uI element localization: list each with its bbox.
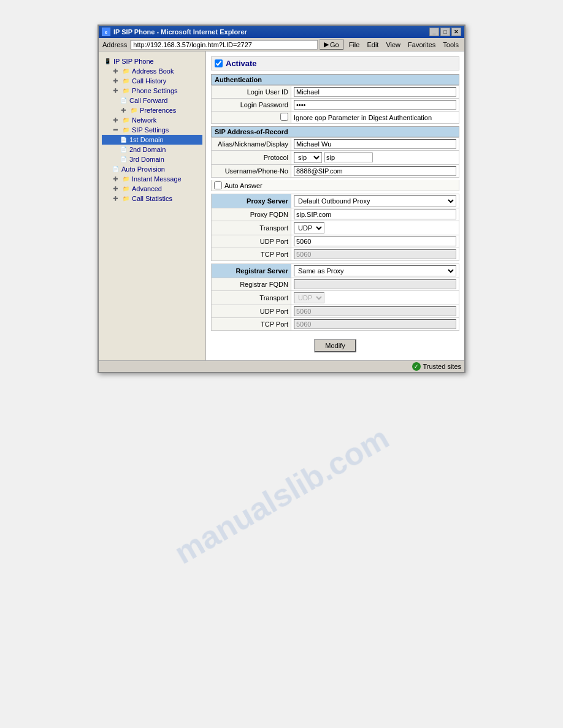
trusted-icon: ✓ xyxy=(412,362,421,371)
registrar-udp-port-value xyxy=(291,305,459,318)
menu-edit[interactable]: Edit xyxy=(363,40,382,50)
proxy-fqdn-value xyxy=(291,208,459,221)
sidebar-item-network[interactable]: ➕ 📁 Network xyxy=(102,115,202,125)
auto-answer-checkbox[interactable] xyxy=(214,181,222,189)
activate-checkbox[interactable] xyxy=(215,59,223,67)
close-button[interactable]: ✕ xyxy=(451,28,461,36)
registrar-tcp-port-value xyxy=(291,318,459,331)
go-button[interactable]: ▶ Go xyxy=(320,39,343,50)
proxy-udp-port-value xyxy=(291,235,459,248)
proxy-udp-port-input[interactable] xyxy=(294,237,456,246)
proxy-udp-port-label: UDP Port xyxy=(212,235,291,248)
page-icon: 📄 xyxy=(111,165,120,173)
sidebar-item-label: Preferences xyxy=(140,107,176,114)
title-bar: e IP SIP Phone - Microsoft Internet Expl… xyxy=(99,26,464,38)
sidebar-item-call-forward[interactable]: 📄 Call Forward xyxy=(102,96,202,105)
main-content: Activate Authentication Login User ID Lo… xyxy=(206,51,464,360)
sip-address-section-header: SIP Address-of-Record xyxy=(211,126,459,137)
protocol-select[interactable]: sip sips xyxy=(294,152,322,163)
sidebar-item-label: Instant Message xyxy=(132,175,182,183)
menu-view[interactable]: View xyxy=(382,40,404,50)
protocol-row-inner: sip sips xyxy=(294,152,456,163)
sidebar-item-sip-settings[interactable]: ➖ 📁 SIP Settings xyxy=(102,125,202,135)
username-value xyxy=(291,165,459,178)
ignore-qop-checkbox[interactable] xyxy=(280,113,288,121)
browser-window: e IP SIP Phone - Microsoft Internet Expl… xyxy=(98,25,465,373)
address-bar: Address ▶ Go File Edit View Favorites To… xyxy=(99,38,464,51)
alias-input[interactable] xyxy=(294,139,456,149)
menu-bar: File Edit View Favorites Tools xyxy=(345,40,462,50)
expand-icon: ➖ xyxy=(111,126,120,134)
ignore-qop-row: Ignore qop Parameter in Digest Authentic… xyxy=(212,112,459,124)
auto-answer-row: Auto Answer xyxy=(211,180,459,191)
address-input[interactable] xyxy=(131,40,318,50)
menu-tools[interactable]: Tools xyxy=(439,40,462,50)
activate-label: Activate xyxy=(226,59,257,68)
minimize-button[interactable]: _ xyxy=(429,28,439,36)
proxy-udp-port-row: UDP Port xyxy=(212,235,459,248)
proxy-server-select[interactable]: Default Outbound Proxy Custom xyxy=(294,195,456,207)
expand-icon: ➕ xyxy=(111,175,120,183)
sidebar: 📱 IP SIP Phone ➕ 📁 Address Book ➕ 📁 Call… xyxy=(99,51,206,360)
expand-icon: ➕ xyxy=(111,184,120,193)
ip-sip-phone-icon: 📱 xyxy=(103,57,112,66)
sidebar-item-auto-provision[interactable]: 📄 Auto Provision xyxy=(102,164,202,174)
maximize-button[interactable]: □ xyxy=(440,28,450,36)
sidebar-item-advanced[interactable]: ➕ 📁 Advanced xyxy=(102,184,202,194)
proxy-fqdn-input[interactable] xyxy=(294,210,456,219)
folder-icon: 📁 xyxy=(121,175,130,183)
sidebar-item-instant-message[interactable]: ➕ 📁 Instant Message xyxy=(102,174,202,184)
sidebar-item-preferences[interactable]: ➕ 📁 Preferences xyxy=(102,105,202,115)
registrar-fqdn-input xyxy=(294,279,456,289)
sidebar-item-address-book[interactable]: ➕ 📁 Address Book xyxy=(102,66,202,76)
proxy-tcp-port-value xyxy=(291,248,459,261)
registrar-server-select[interactable]: Same as Proxy Custom xyxy=(294,265,456,276)
folder-icon: 📁 xyxy=(121,194,130,203)
sidebar-item-1st-domain[interactable]: 📄 1st Domain xyxy=(102,135,202,145)
sidebar-item-2nd-domain[interactable]: 📄 2nd Domain xyxy=(102,145,202,154)
menu-favorites[interactable]: Favorites xyxy=(404,40,439,50)
sidebar-item-3rd-domain[interactable]: 📄 3rd Domain xyxy=(102,154,202,164)
username-input[interactable] xyxy=(294,166,456,176)
login-user-id-label: Login User ID xyxy=(212,86,291,99)
expand-icon: ➕ xyxy=(111,86,120,95)
sidebar-item-ip-sip-phone[interactable]: 📱 IP SIP Phone xyxy=(102,56,202,66)
proxy-transport-row: Transport UDP TCP TLS xyxy=(212,221,459,235)
content-area: 📱 IP SIP Phone ➕ 📁 Address Book ➕ 📁 Call… xyxy=(99,51,464,360)
protocol-suffix-input[interactable] xyxy=(324,153,373,162)
proxy-transport-select[interactable]: UDP TCP TLS xyxy=(294,222,324,233)
title-bar-left: e IP SIP Phone - Microsoft Internet Expl… xyxy=(102,28,247,36)
go-arrow-icon: ▶ xyxy=(324,40,329,48)
username-row: Username/Phone-No xyxy=(212,165,459,178)
sidebar-item-label: Advanced xyxy=(132,185,162,192)
registrar-fqdn-row: Registrar FQDN xyxy=(212,278,459,291)
login-user-id-input[interactable] xyxy=(294,87,456,97)
sidebar-item-call-history[interactable]: ➕ 📁 Call History xyxy=(102,76,202,86)
authentication-section-header: Authentication xyxy=(211,74,459,85)
sidebar-item-call-statistics[interactable]: ➕ 📁 Call Statistics xyxy=(102,194,202,203)
page-icon: 📄 xyxy=(119,96,128,105)
address-label: Address xyxy=(101,41,129,48)
sidebar-item-phone-settings[interactable]: ➕ 📁 Phone Settings xyxy=(102,86,202,96)
expand-icon: ➕ xyxy=(111,116,120,124)
proxy-server-table: Proxy Server Default Outbound Proxy Cust… xyxy=(211,194,459,261)
folder-icon: 📁 xyxy=(129,106,138,115)
sidebar-item-label: 3rd Domain xyxy=(129,156,164,163)
proxy-server-label: Proxy Server xyxy=(212,194,291,208)
sidebar-item-label: Auto Provision xyxy=(121,165,165,173)
modify-button[interactable]: Modify xyxy=(314,339,356,352)
registrar-server-header-row: Registrar Server Same as Proxy Custom xyxy=(212,264,459,278)
alias-row: Alias/Nickname/Display xyxy=(212,138,459,151)
sidebar-item-label: Call Statistics xyxy=(132,195,172,202)
proxy-server-select-cell: Default Outbound Proxy Custom xyxy=(291,194,459,208)
activate-header: Activate xyxy=(211,56,459,70)
ignore-qop-label: Ignore qop Parameter in Digest Authentic… xyxy=(294,114,432,121)
menu-file[interactable]: File xyxy=(345,40,364,50)
modify-button-container: Modify xyxy=(211,333,459,355)
registrar-fqdn-label: Registrar FQDN xyxy=(212,278,291,291)
expand-icon: ➕ xyxy=(111,67,120,75)
registrar-tcp-port-label: TCP Port xyxy=(212,318,291,331)
registrar-tcp-port-row: TCP Port xyxy=(212,318,459,331)
expand-icon: ➕ xyxy=(119,106,128,115)
login-password-input[interactable] xyxy=(294,100,456,110)
